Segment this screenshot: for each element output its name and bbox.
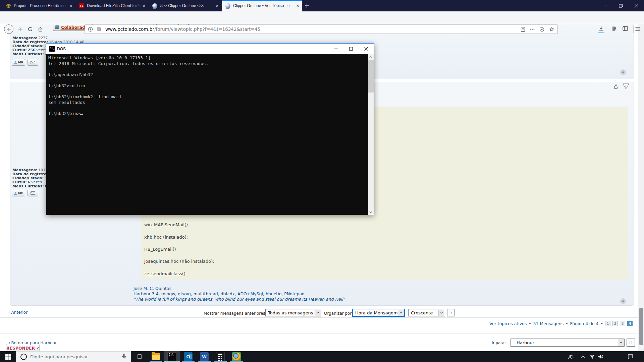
cortana-icon xyxy=(20,354,27,360)
home-button[interactable] xyxy=(38,26,43,32)
close-icon[interactable] xyxy=(296,4,299,7)
console-line: f:\hb32\bin>hbmk2 -find mail xyxy=(48,94,368,100)
organize-label: Organizar por xyxy=(324,311,352,316)
search-input[interactable] xyxy=(30,354,122,360)
taskbar-outlook[interactable]: O xyxy=(180,351,196,362)
mic-icon[interactable] xyxy=(122,354,126,360)
post1-top-icon[interactable] xyxy=(620,69,626,75)
taskbar-firefox[interactable] xyxy=(229,351,244,362)
minimize-icon xyxy=(334,47,338,51)
browser-tabbar: Projudi - Processo Eletrônico d FZ Downl… xyxy=(0,0,644,11)
return-link[interactable]: ‹ Retornar para Harbour xyxy=(8,341,57,345)
dos-window[interactable]: DOS Microsoft Windows [versão 10.0.17133… xyxy=(46,43,374,215)
close-icon[interactable] xyxy=(143,4,146,7)
console-output[interactable]: Microsoft Windows [versão 10.0.17133.1] … xyxy=(46,54,368,215)
signature-name: José M. C. Quintas xyxy=(133,286,171,291)
page-scrollbar[interactable] xyxy=(638,24,644,351)
page-button-2[interactable]: 2 xyxy=(612,321,618,326)
previous-link[interactable]: ‹ Anterior xyxy=(8,310,28,315)
forward-button[interactable] xyxy=(17,26,23,32)
taskbar-explorer[interactable] xyxy=(148,351,164,362)
dos-close-button[interactable] xyxy=(359,44,374,54)
taskbar-word[interactable]: W xyxy=(197,351,212,362)
scroll-down-icon[interactable] xyxy=(368,209,374,215)
new-tab-button[interactable] xyxy=(304,3,310,9)
dos-maximize-button[interactable] xyxy=(343,44,359,54)
bookmark-star-icon[interactable] xyxy=(549,27,554,32)
tray-volume[interactable] xyxy=(596,351,605,362)
calculator-icon xyxy=(216,352,225,361)
menu-button[interactable] xyxy=(635,27,640,31)
post2-mp-button[interactable]: MP xyxy=(12,190,25,196)
close-icon[interactable] xyxy=(69,4,72,7)
task-view-button[interactable] xyxy=(132,351,147,362)
taskbar-search[interactable] xyxy=(16,351,131,362)
person-icon xyxy=(14,61,17,64)
organize-select[interactable]: Hora da Mensagem xyxy=(352,309,405,317)
taskbar-calculator[interactable] xyxy=(213,351,228,362)
rank-icon xyxy=(55,25,59,29)
post2-email-button[interactable] xyxy=(28,190,38,196)
url-bar[interactable]: www.pctoledo.com.br/forum/viewtopic.php?… xyxy=(85,24,558,34)
dos-scrollbar-thumb[interactable] xyxy=(368,60,374,93)
sidebar-icon xyxy=(623,26,628,31)
dos-minimize-button[interactable] xyxy=(328,44,343,54)
reload-button[interactable] xyxy=(28,26,33,32)
library-button[interactable] xyxy=(611,26,616,31)
tab-projudi[interactable]: Projudi - Processo Eletrônico d xyxy=(3,0,75,11)
email-icon xyxy=(31,61,35,64)
divider xyxy=(0,333,638,334)
page-button-1[interactable]: 1 xyxy=(605,321,610,326)
goto-go-button[interactable]: Ir xyxy=(627,339,635,347)
file-explorer-icon xyxy=(152,353,160,360)
show-label: Mostrar mensagens anteriores: xyxy=(204,311,267,316)
back-button[interactable] xyxy=(4,24,13,34)
dos-titlebar[interactable]: DOS xyxy=(46,44,374,54)
email-icon xyxy=(31,191,35,195)
page-button-4-active[interactable]: 4 xyxy=(627,321,633,326)
tab-clipper-forum[interactable]: >>> Clipper On Line <<< xyxy=(149,0,221,11)
info-icon[interactable] xyxy=(88,27,93,32)
tab-filezilla[interactable]: FZ Download FileZilla Client for W xyxy=(76,0,148,11)
start-button[interactable] xyxy=(0,351,16,362)
post1-mp-button[interactable]: MP xyxy=(12,59,25,66)
downloads-button[interactable] xyxy=(599,26,604,31)
screen: Colaborador Harbour / Clipper 5.2e - Bli… xyxy=(0,0,644,362)
page-icon[interactable] xyxy=(97,27,101,32)
tab-title: Clipper On Line • Ver Tópico - e xyxy=(233,3,294,8)
show-select[interactable]: Todas as mensagens xyxy=(265,309,321,316)
taskbar-console-active[interactable]: C:\_ xyxy=(164,351,180,362)
active-topics-link[interactable]: Ver tópicos ativos xyxy=(489,321,527,326)
volume-icon xyxy=(598,354,603,359)
post1-email-button[interactable] xyxy=(28,59,38,66)
tray-people[interactable] xyxy=(565,351,577,362)
post2-top-icon[interactable] xyxy=(620,298,626,304)
pocket-icon[interactable] xyxy=(539,27,544,32)
word-icon: W xyxy=(200,352,209,361)
url-path: /forum/viewtopic.php?f=4&t=16342&start=4… xyxy=(154,26,260,32)
page-button-3[interactable]: 3 xyxy=(620,321,625,326)
page-scrollbar-thumb[interactable] xyxy=(639,308,643,345)
tray-network[interactable] xyxy=(588,351,596,362)
window-restore-button[interactable] xyxy=(613,0,629,11)
scroll-up-icon[interactable] xyxy=(368,54,374,60)
url-text[interactable]: www.pctoledo.com.br/forum/viewtopic.php?… xyxy=(105,26,518,32)
order-select[interactable]: Crescente xyxy=(408,309,445,316)
goto-select[interactable]: Harbour xyxy=(511,339,625,347)
reader-mode-icon[interactable] xyxy=(521,27,525,32)
report-icon[interactable] xyxy=(622,83,630,89)
browser-navbar: www.pctoledo.com.br/forum/viewtopic.php?… xyxy=(0,11,644,24)
tray-show-hidden[interactable] xyxy=(578,351,588,362)
dos-scrollbar[interactable] xyxy=(368,54,374,215)
page-actions-icon[interactable] xyxy=(530,28,535,30)
window-minimize-button[interactable] xyxy=(598,0,613,11)
crystal-ball-icon xyxy=(225,3,230,8)
close-icon[interactable] xyxy=(216,4,219,7)
sidebar-button[interactable] xyxy=(623,26,628,31)
go-button[interactable]: Ir xyxy=(447,309,454,316)
tab-title: >>> Clipper On Line <<< xyxy=(160,3,214,8)
tab-clipper-topic-active[interactable]: Clipper On Line • Ver Tópico - e xyxy=(222,0,302,11)
window-close-button[interactable] xyxy=(629,0,644,11)
like-icon[interactable] xyxy=(613,83,620,89)
action-center-button[interactable] xyxy=(625,351,635,362)
